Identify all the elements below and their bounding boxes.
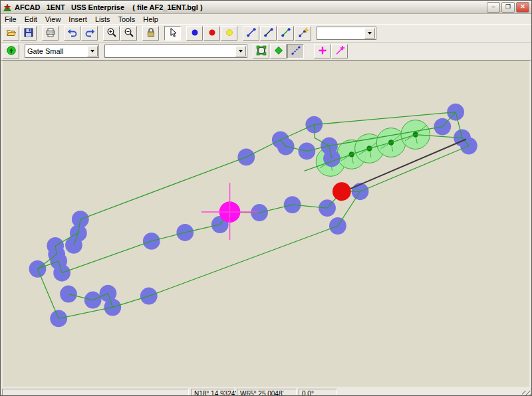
link-type-combo[interactable] <box>317 27 376 40</box>
blue-dot-icon <box>190 27 200 40</box>
menu-item-insert[interactable]: Insert <box>65 15 91 23</box>
redo-icon <box>84 27 95 40</box>
heading-panel: 0.0° <box>299 389 337 396</box>
select-tool-button[interactable] <box>164 26 181 41</box>
diamond-node-button[interactable] <box>270 44 287 58</box>
minimize-button[interactable]: – <box>487 2 500 13</box>
chevron-down-icon <box>368 32 372 35</box>
app-icon <box>3 3 12 12</box>
zoom-out-button[interactable] <box>120 26 137 41</box>
undo-button[interactable] <box>64 26 80 41</box>
chevron-down-icon <box>90 50 94 52</box>
chevron-down-icon <box>239 50 243 52</box>
magenta-plus-icon <box>317 45 328 58</box>
parking-name-combo[interactable] <box>104 45 247 58</box>
apron-path-tool-button[interactable] <box>277 26 294 41</box>
print-button[interactable] <box>42 26 59 41</box>
close-button[interactable]: ✕ <box>516 2 529 13</box>
gate-icon <box>6 45 17 58</box>
diamond-icon <box>273 45 284 58</box>
printer-icon <box>45 27 56 40</box>
title-bar: AFCAD 1ENT USS Enterprise ( file AF2_1EN… <box>1 1 531 14</box>
status-message-panel <box>2 389 189 396</box>
taxiway-node[interactable] <box>29 260 47 278</box>
status-bar: N18° 14.9324' W65° 25.0048' 0.0° <box>1 387 531 396</box>
parking-type-combo-value: Gate Small <box>25 47 86 55</box>
apron-tool-button[interactable] <box>253 44 269 58</box>
magenta-line-plus-icon <box>334 45 345 58</box>
runway-node-tool-button[interactable] <box>203 26 220 41</box>
maximize-button[interactable]: ❐ <box>501 2 515 13</box>
hold-node-tool-button[interactable] <box>221 26 237 41</box>
airport-canvas-frame <box>1 60 531 387</box>
menu-item-help[interactable]: Help <box>139 15 162 23</box>
zoom-in-icon <box>106 27 117 40</box>
latitude-panel: N18° 14.9324' <box>191 389 235 396</box>
open-folder-icon <box>6 27 17 40</box>
menu-bar: FileEditViewInsertListsToolsHelp <box>1 14 531 25</box>
runway-link-tool-button[interactable] <box>260 26 277 41</box>
redo-button[interactable] <box>81 26 98 41</box>
red-dot-icon <box>207 27 217 40</box>
airport-canvas[interactable] <box>3 61 529 387</box>
apron-icon <box>256 45 267 58</box>
parking-toolbar: Gate Small <box>1 43 531 60</box>
add-node-button[interactable] <box>314 44 331 58</box>
line-plus-icon <box>298 27 309 40</box>
afcad-window: AFCAD 1ENT USS Enterprise ( file AF2_1EN… <box>0 0 532 396</box>
parking-name-combo-dropdown-button[interactable] <box>235 46 246 56</box>
save-icon <box>23 27 34 40</box>
link-type-combo-dropdown-button[interactable] <box>364 28 375 39</box>
parking-type-combo[interactable]: Gate Small <box>25 45 99 58</box>
parking-type-combo-dropdown-button[interactable] <box>87 46 98 56</box>
resize-grip[interactable] <box>522 391 531 396</box>
window-title: AFCAD 1ENT USS Enterprise ( file AF2_1EN… <box>15 3 484 11</box>
link-insert-tool-button[interactable] <box>295 26 311 41</box>
zoom-out-icon <box>124 27 134 40</box>
undo-icon <box>67 27 78 40</box>
taxi-node-tool-button[interactable] <box>186 26 203 41</box>
runway-node[interactable] <box>332 182 351 201</box>
zoom-in-button[interactable] <box>103 26 120 41</box>
add-node-on-link-button[interactable] <box>331 44 348 58</box>
link-edit-tool-button[interactable] <box>287 44 304 58</box>
save-button[interactable] <box>20 26 37 41</box>
menu-item-tools[interactable]: Tools <box>114 15 140 23</box>
main-toolbar <box>1 25 531 43</box>
menu-item-edit[interactable]: Edit <box>21 15 41 23</box>
cursor-icon <box>168 27 178 40</box>
longitude-panel: W65° 25.0048' <box>237 389 297 396</box>
lock-button[interactable] <box>142 26 159 41</box>
taxi-link-tool-button[interactable] <box>243 26 259 41</box>
yellow-dot-icon <box>224 27 235 40</box>
open-button[interactable] <box>3 26 19 41</box>
lock-icon <box>146 27 156 40</box>
parking-spot-button[interactable] <box>3 44 19 58</box>
blue-line-icon <box>246 27 257 40</box>
menu-item-file[interactable]: File <box>1 15 21 23</box>
dark-line-icon <box>263 27 274 40</box>
menu-item-lists[interactable]: Lists <box>91 15 114 23</box>
green-line-icon <box>281 27 291 40</box>
dotted-line-icon <box>291 45 301 58</box>
menu-item-view[interactable]: View <box>41 15 65 23</box>
